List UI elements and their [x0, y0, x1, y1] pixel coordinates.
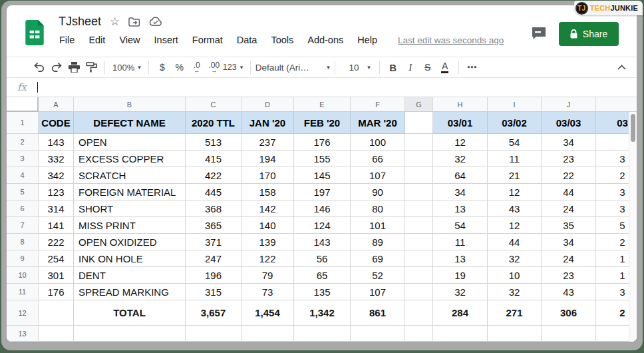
cell-F11[interactable]: 107 — [351, 284, 405, 300]
paint-format-button[interactable] — [82, 59, 100, 75]
cell-I13[interactable] — [488, 326, 542, 342]
cell-A12[interactable] — [39, 300, 74, 326]
cell-C9[interactable]: 247 — [186, 250, 242, 267]
cell-G2[interactable] — [405, 134, 433, 151]
row-header-9[interactable]: 9 — [7, 250, 39, 267]
cell-B9[interactable]: INK ON HOLE — [74, 250, 186, 267]
cell-D6[interactable]: 142 — [242, 200, 294, 217]
cell-E12[interactable]: 1,342 — [294, 300, 351, 326]
menu-item-help[interactable]: Help — [357, 35, 377, 45]
cell-G8[interactable] — [405, 234, 433, 250]
cell-D11[interactable]: 73 — [242, 284, 294, 300]
cell-F6[interactable]: 80 — [351, 200, 405, 217]
cell-B2[interactable]: OPEN — [74, 134, 186, 151]
cell-F5[interactable]: 90 — [351, 184, 405, 200]
cell-E2[interactable]: 176 — [294, 134, 351, 151]
column-header-D[interactable]: D — [242, 97, 294, 112]
cell-J2[interactable]: 34 — [542, 134, 596, 151]
font-select[interactable]: Default (Ari…▾ — [255, 63, 330, 73]
cell-D12[interactable]: 1,454 — [242, 300, 294, 326]
cell-E13[interactable] — [294, 326, 351, 342]
row-header-2[interactable]: 2 — [7, 134, 39, 151]
column-header-J[interactable]: J — [542, 97, 596, 112]
cell-F1[interactable]: MAR '20 — [351, 112, 405, 134]
cell-G12[interactable] — [405, 300, 433, 326]
cell-E5[interactable]: 197 — [294, 184, 351, 200]
cell-H12[interactable]: 284 — [433, 300, 488, 326]
cell-B5[interactable]: FOREIGN MATERIAL — [74, 184, 186, 200]
cell-F12[interactable]: 861 — [351, 300, 405, 326]
cell-B12[interactable]: TOTAL — [74, 300, 186, 326]
strikethrough-button[interactable]: S — [419, 59, 436, 75]
menu-item-insert[interactable]: Insert — [154, 35, 178, 45]
cell-E8[interactable]: 143 — [294, 234, 351, 250]
column-header-H[interactable]: H — [433, 97, 488, 112]
cell-J5[interactable]: 44 — [542, 184, 596, 200]
cell-D8[interactable]: 139 — [242, 234, 294, 250]
cell-F9[interactable]: 69 — [351, 250, 405, 267]
cell-H5[interactable]: 34 — [433, 184, 488, 200]
cell-H4[interactable]: 64 — [433, 167, 488, 184]
cell-J4[interactable]: 22 — [542, 167, 596, 184]
comment-button[interactable] — [531, 27, 547, 40]
star-icon[interactable]: ☆ — [110, 16, 120, 27]
cell-A9[interactable]: 254 — [39, 250, 74, 267]
increase-decimal-button[interactable]: .00→ — [206, 62, 223, 73]
cell-F7[interactable]: 101 — [351, 217, 405, 234]
cell-F13[interactable] — [351, 326, 405, 342]
cell-H8[interactable]: 11 — [433, 234, 488, 250]
cell-B4[interactable]: SCRATCH — [74, 167, 186, 184]
cell-G7[interactable] — [405, 217, 433, 234]
vertical-scrollbar[interactable] — [629, 112, 637, 342]
row-header-6[interactable]: 6 — [7, 200, 39, 217]
cell-H6[interactable]: 13 — [433, 200, 488, 217]
cell-F8[interactable]: 89 — [351, 234, 405, 250]
cell-F3[interactable]: 66 — [351, 151, 405, 167]
row-header-3[interactable]: 3 — [7, 151, 39, 167]
cell-J13[interactable] — [542, 326, 596, 342]
row-header-13[interactable]: 13 — [7, 326, 39, 342]
cell-D5[interactable]: 158 — [242, 184, 294, 200]
cell-C2[interactable]: 513 — [186, 134, 242, 151]
cell-A2[interactable]: 143 — [39, 134, 74, 151]
decrease-decimal-button[interactable]: .0← — [188, 62, 206, 73]
cell-H7[interactable]: 54 — [433, 217, 488, 234]
zoom-select[interactable]: 100%▾ — [110, 63, 144, 73]
cell-H13[interactable] — [433, 326, 488, 342]
cell-D3[interactable]: 194 — [242, 151, 294, 167]
cell-D4[interactable]: 170 — [242, 167, 294, 184]
cell-G10[interactable] — [405, 267, 433, 284]
cell-A3[interactable]: 332 — [39, 151, 74, 167]
cell-D10[interactable]: 79 — [242, 267, 294, 284]
text-color-button[interactable]: A — [436, 59, 454, 75]
cell-G5[interactable] — [405, 184, 433, 200]
cell-D9[interactable]: 122 — [242, 250, 294, 267]
cell-E1[interactable]: FEB '20 — [294, 112, 351, 134]
cell-D1[interactable]: JAN '20 — [242, 112, 294, 134]
cell-J8[interactable]: 34 — [542, 234, 596, 250]
menu-item-file[interactable]: File — [59, 35, 75, 45]
cell-B11[interactable]: SPREAD MARKING — [74, 284, 186, 300]
cell-J7[interactable]: 35 — [542, 217, 596, 234]
cell-B7[interactable]: MISS PRINT — [74, 217, 186, 234]
row-header-10[interactable]: 10 — [7, 267, 39, 284]
column-header-A[interactable]: A — [39, 97, 74, 112]
cell-G4[interactable] — [405, 167, 433, 184]
cell-B13[interactable] — [74, 326, 186, 342]
cell-G6[interactable] — [405, 200, 433, 217]
last-edit-link[interactable]: Last edit was seconds ago — [398, 35, 504, 45]
cell-A8[interactable]: 222 — [39, 234, 74, 250]
document-title[interactable]: TJsheet — [59, 15, 101, 29]
cell-I8[interactable]: 44 — [488, 234, 542, 250]
cell-C4[interactable]: 422 — [186, 167, 242, 184]
cell-E6[interactable]: 146 — [294, 200, 351, 217]
font-size-select[interactable]: 10▾ — [340, 63, 375, 73]
scrollbar-thumb[interactable] — [631, 114, 635, 142]
italic-button[interactable]: I — [402, 59, 419, 75]
menu-item-addons[interactable]: Add-ons — [307, 35, 343, 45]
cell-J10[interactable]: 23 — [542, 267, 596, 284]
redo-button[interactable] — [48, 59, 65, 75]
cell-J9[interactable]: 24 — [542, 250, 596, 267]
cell-H1[interactable]: 03/01 — [433, 112, 488, 134]
cell-B6[interactable]: SHORT — [74, 200, 186, 217]
